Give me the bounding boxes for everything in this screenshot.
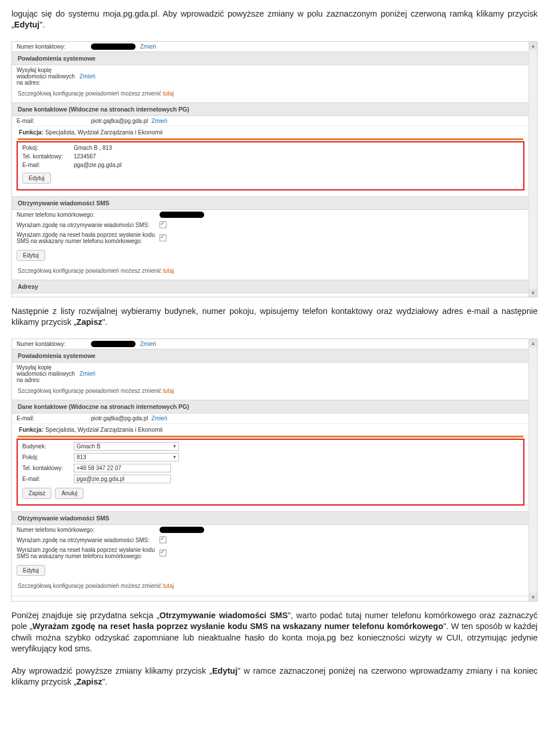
- doc-paragraph-3: Poniżej znajduje się przydatna sekcja „O…: [0, 610, 549, 657]
- scrollbar[interactable]: ▴ ▾: [528, 339, 537, 601]
- scroll-up-icon[interactable]: ▴: [529, 42, 537, 50]
- scroll-up-icon[interactable]: ▴: [529, 339, 537, 347]
- pokoj-value: Gmach B , 813: [74, 145, 112, 151]
- email2-row: E-mail: pga@zie.pg.gda.pl: [19, 161, 522, 169]
- zmien-link[interactable]: Zmień: [152, 118, 168, 124]
- screenshot-1: Numer kontaktowy: Zmień Powiadomienia sy…: [11, 41, 538, 297]
- wysylaj-kopie-label: Wysyłaj kopię wiadomości mailowych na ad…: [17, 364, 79, 383]
- zmien-link[interactable]: Zmień: [140, 341, 156, 347]
- bold: Edytuj: [212, 666, 237, 675]
- tel-value: 1234567: [74, 153, 96, 160]
- funkcja-value: Specjalista, Wydział Zarządzania i Ekono…: [45, 426, 162, 433]
- email-row: E-mail: piotr.gajtka@pg.gda.pl Zmień: [12, 116, 529, 126]
- zgoda-reset-label: Wyrażam zgodę na reset hasła poprzez wys…: [17, 547, 160, 559]
- red-highlight-box-2: Budynek: Gmach B Pokój: 813 Tel. kontakt…: [17, 439, 524, 506]
- orange-divider: [18, 436, 523, 437]
- screenshot-2: Numer kontaktowy: Zmień Powiadomienia sy…: [11, 339, 538, 602]
- config-note-2: Szczegółową konfigurację powiadomień moż…: [12, 265, 529, 280]
- tutaj-link[interactable]: tutaj: [163, 583, 174, 589]
- zgoda-sms-label: Wyrażam zgodę na otrzymywanie wiadomości…: [17, 537, 160, 543]
- text: ".: [39, 20, 45, 29]
- tutaj-link[interactable]: tutaj: [163, 268, 174, 274]
- bold: Edytuj: [14, 20, 39, 29]
- numer-kontaktowy-label: Numer kontaktowy:: [17, 341, 91, 347]
- config-note: Szczegółową konfigurację powiadomień moż…: [12, 87, 529, 102]
- email2-row: E-mail: pga@zie.pg.gda.pl: [19, 474, 522, 484]
- scrollbar[interactable]: ▴ ▾: [528, 42, 537, 297]
- zapisz-button[interactable]: Zapisz: [22, 488, 51, 499]
- bold: Zapisz: [77, 317, 102, 327]
- edytuj-row-2: Edytuj: [12, 246, 529, 265]
- email2-value: pga@zie.pg.gda.pl: [74, 162, 122, 168]
- redacted-phone: [91, 341, 136, 347]
- edytuj-button[interactable]: Edytuj: [22, 173, 51, 184]
- edytuj-row: Edytuj: [19, 169, 522, 187]
- section-powiadomienia: Powiadomienia systemowe: [12, 51, 529, 65]
- orange-divider: [18, 138, 523, 140]
- text: ".: [102, 317, 108, 327]
- tel-input[interactable]: +48 58 347 22 07: [74, 464, 171, 472]
- email-value: piotr.gajtka@pg.gda.pl: [91, 118, 148, 124]
- bold: Otrzymywanie wiadomości SMS: [160, 611, 288, 620]
- scroll-down-icon[interactable]: ▾: [529, 593, 537, 601]
- edytuj-button[interactable]: Edytuj: [17, 250, 45, 261]
- section-powiadomienia: Powiadomienia systemowe: [12, 349, 529, 363]
- zgoda-sms-row: Wyrażam zgodę na otrzymywanie wiadomości…: [12, 535, 529, 545]
- tel-label: Tel. kontaktowy:: [22, 465, 74, 471]
- red-highlight-box-1: Pokój: Gmach B , 813 Tel. kontaktowy: 12…: [17, 141, 524, 190]
- email-label: E-mail:: [22, 476, 74, 482]
- edytuj-row-2: Edytuj: [12, 561, 529, 580]
- email-label: E-mail:: [17, 118, 91, 124]
- text: Szczegółową konfigurację powiadomień moż…: [18, 388, 163, 394]
- zgoda-reset-row: Wyrażam zgodę na reset hasła poprzez wys…: [12, 230, 529, 246]
- funkcja-label: Funkcja:: [19, 129, 43, 136]
- config-note-2: Szczegółową konfigurację powiadomień moż…: [12, 580, 529, 595]
- doc-paragraph-4: Aby wprowadzić powyższe zmiany klikamy p…: [0, 666, 549, 690]
- pokoj-row: Pokój: 813: [19, 452, 522, 463]
- text: Szczegółową konfigurację powiadomień moż…: [18, 90, 163, 97]
- budynek-label: Budynek:: [22, 443, 74, 449]
- zmien-link[interactable]: Zmień: [79, 73, 96, 79]
- section-dane-kontaktowe: Dane kontaktowe (Widoczne na stronach in…: [12, 102, 529, 116]
- anuluj-button[interactable]: Anuluj: [55, 488, 83, 499]
- funkcja-label: Funkcja:: [19, 426, 43, 433]
- checkbox-zgoda-reset[interactable]: [160, 234, 166, 241]
- pokoj-label: Pokój:: [22, 145, 74, 151]
- pokoj-select[interactable]: 813: [74, 453, 179, 461]
- doc-paragraph-2: Następnie z listy rozwijalnej wybieramy …: [0, 306, 549, 331]
- email-label: E-mail:: [17, 415, 91, 421]
- tutaj-link[interactable]: tutaj: [163, 388, 174, 394]
- tel-row: Tel. kontaktowy: 1234567: [19, 152, 522, 161]
- text: ".: [102, 677, 108, 686]
- redacted-phone: [160, 212, 204, 218]
- scroll-down-icon[interactable]: ▾: [529, 289, 537, 297]
- zmien-link[interactable]: Zmień: [140, 43, 156, 50]
- budynek-row: Budynek: Gmach B: [19, 441, 522, 452]
- numer-kontaktowy-label: Numer kontaktowy:: [17, 43, 91, 50]
- zmien-link[interactable]: Zmień: [79, 371, 96, 377]
- email-input[interactable]: pga@zie.pg.gda.pl: [74, 475, 171, 483]
- text: Szczegółową konfigurację powiadomień moż…: [18, 268, 163, 274]
- pokoj-label: Pokój:: [22, 454, 74, 460]
- numer-kom-row: Numer telefonu komórkowego:: [12, 525, 529, 535]
- redacted-phone: [91, 43, 136, 50]
- bold: Wyrażam zgodę na reset hasła poprzez wys…: [33, 622, 443, 631]
- numer-kom-label: Numer telefonu komórkowego:: [17, 212, 160, 218]
- numer-kontaktowy-row: Numer kontaktowy: Zmień: [12, 42, 529, 51]
- section-adresy: Adresy: [12, 280, 529, 293]
- checkbox-zgoda-reset[interactable]: [160, 550, 166, 556]
- email-label: E-mail:: [22, 162, 74, 168]
- tutaj-link[interactable]: tutaj: [163, 90, 174, 97]
- funkcja-row: Funkcja: Specjalista, Wydział Zarządzani…: [12, 126, 529, 138]
- tel-label: Tel. kontaktowy:: [22, 153, 74, 160]
- budynek-select[interactable]: Gmach B: [74, 442, 179, 451]
- checkbox-zgoda-sms[interactable]: [160, 221, 166, 228]
- edytuj-button[interactable]: Edytuj: [17, 565, 45, 576]
- redacted-phone: [160, 527, 204, 533]
- funkcja-value: Specjalista, Wydział Zarządzania i Ekono…: [45, 129, 162, 136]
- zgoda-sms-row: Wyrażam zgodę na otrzymywanie wiadomości…: [12, 220, 529, 230]
- zmien-link[interactable]: Zmień: [152, 415, 168, 421]
- email-row: E-mail: piotr.gajtka@pg.gda.pl Zmień: [12, 413, 529, 423]
- checkbox-zgoda-sms[interactable]: [160, 536, 166, 543]
- section-dane-kontaktowe: Dane kontaktowe (Widoczne na stronach in…: [12, 400, 529, 413]
